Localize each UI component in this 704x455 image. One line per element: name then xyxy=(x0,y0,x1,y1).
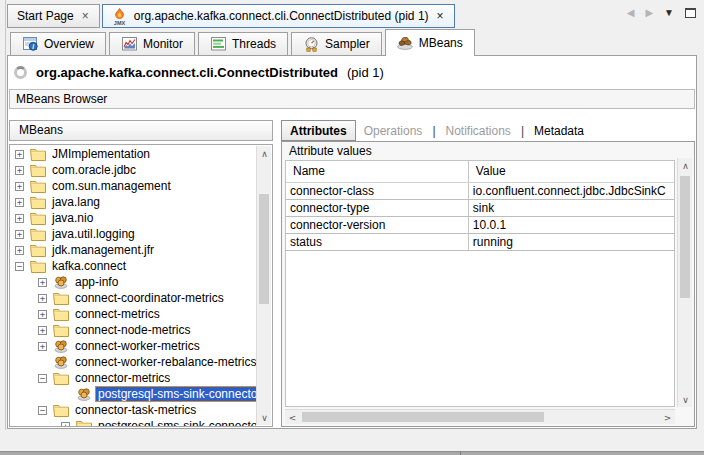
scroll-down-icon[interactable]: ∨ xyxy=(257,410,272,425)
tree-expander-icon[interactable]: + xyxy=(15,166,24,175)
tree-item-label[interactable]: connector-metrics xyxy=(73,371,172,385)
table-row[interactable]: connector-version10.0.1 xyxy=(286,216,674,233)
tree-item[interactable]: − kafka.connect xyxy=(10,258,256,274)
column-header-name[interactable]: Name xyxy=(286,161,468,182)
tab-monitor[interactable]: Monitor xyxy=(109,32,195,56)
scroll-up-icon[interactable]: ∧ xyxy=(257,146,272,161)
mbeans-tree: + JMImplementation + com.oracle.jdbc + c… xyxy=(9,144,273,427)
tree-item[interactable]: − connector-metrics xyxy=(10,370,256,386)
tree-item-label[interactable]: com.sun.management xyxy=(50,179,173,193)
attribute-name-cell[interactable]: connector-version xyxy=(286,216,468,233)
tab-overview[interactable]: i Overview xyxy=(10,32,106,56)
maximize-icon[interactable] xyxy=(685,8,696,18)
tab-sampler[interactable]: Sampler xyxy=(291,32,382,56)
tree-item[interactable]: + postgresql-sms-sink-connector xyxy=(10,418,256,426)
table-row[interactable]: connector-classio.confluent.connect.jdbc… xyxy=(286,182,674,199)
tree-expander-icon[interactable]: + xyxy=(38,294,47,303)
attribute-value-cell[interactable]: io.confluent.connect.jdbc.JdbcSinkC xyxy=(468,182,674,199)
tree-item-label[interactable]: connect-metrics xyxy=(73,307,162,321)
tree-item[interactable]: + jdk.management.jfr xyxy=(10,242,256,258)
tree-expander-icon[interactable]: + xyxy=(15,150,24,159)
document-tab-bar: Start Page × JMX org.apache.kafka.connec… xyxy=(7,0,704,28)
tree-item-label[interactable]: connect-node-metrics xyxy=(73,323,192,337)
scroll-tabs-left-icon[interactable]: ◀ xyxy=(627,7,635,18)
tree-item-label[interactable]: postgresql-sms-sink-connector xyxy=(96,387,256,401)
bean-icon xyxy=(52,355,69,369)
subtab-label: MBeans xyxy=(419,36,463,50)
details-horizontal-scrollbar[interactable]: < > xyxy=(285,409,675,424)
table-row[interactable]: statusrunning xyxy=(286,233,674,250)
tree-expander-icon[interactable]: + xyxy=(61,422,70,427)
scroll-up-icon[interactable]: ∧ xyxy=(678,158,693,173)
tree-item-label[interactable]: java.util.logging xyxy=(50,227,137,241)
attribute-value-cell[interactable]: sink xyxy=(468,199,674,216)
tree-expander-icon[interactable]: + xyxy=(15,198,24,207)
tree-expander-icon[interactable]: + xyxy=(38,278,47,287)
attribute-name-cell[interactable]: status xyxy=(286,233,468,250)
tree-item-label[interactable]: postgresql-sms-sink-connector xyxy=(96,419,256,426)
tree-expander-icon[interactable]: + xyxy=(15,246,24,255)
tree-item[interactable]: connect-worker-rebalance-metrics xyxy=(10,354,256,370)
tree-item[interactable]: postgresql-sms-sink-connector xyxy=(10,386,256,402)
tree-expander-icon[interactable]: + xyxy=(15,230,24,239)
tree-item-label[interactable]: jdk.management.jfr xyxy=(50,243,156,257)
tab-mbeans[interactable]: MBeans xyxy=(385,29,475,56)
tree-item[interactable]: − connector-task-metrics xyxy=(10,402,256,418)
attribute-name-cell[interactable]: connector-class xyxy=(286,182,468,199)
tree-vertical-scrollbar[interactable]: ∧ ∨ xyxy=(256,146,271,425)
attribute-value-cell[interactable]: 10.0.1 xyxy=(468,216,674,233)
attribute-name-cell[interactable]: connector-type xyxy=(286,199,468,216)
tree-item[interactable]: + connect-worker-metrics xyxy=(10,338,256,354)
tree-expander-icon[interactable]: + xyxy=(38,326,47,335)
tree-item[interactable]: + java.util.logging xyxy=(10,226,256,242)
scrollbar-thumb[interactable] xyxy=(302,412,544,422)
tab-metadata[interactable]: Metadata xyxy=(526,120,592,141)
tree-item-label[interactable]: connect-coordinator-metrics xyxy=(73,291,226,305)
tree-item[interactable]: + java.lang xyxy=(10,194,256,210)
tree-item-label[interactable]: java.lang xyxy=(50,195,102,209)
tab-attributes[interactable]: Attributes xyxy=(281,120,356,141)
folder-icon xyxy=(29,196,46,209)
tree-item[interactable]: + JMImplementation xyxy=(10,146,256,162)
details-vertical-scrollbar[interactable]: ∧ ∨ xyxy=(677,158,692,407)
scroll-down-icon[interactable]: ∨ xyxy=(678,392,693,407)
tree-expander-icon[interactable]: − xyxy=(38,374,47,383)
tree-expander-icon[interactable]: + xyxy=(15,182,24,191)
tree-expander-icon[interactable]: + xyxy=(38,342,47,351)
tree-item-label[interactable]: com.oracle.jdbc xyxy=(50,163,138,177)
table-row[interactable]: connector-typesink xyxy=(286,199,674,216)
tree-expander-icon[interactable]: − xyxy=(38,406,47,415)
tree-item[interactable]: + app-info xyxy=(10,274,256,290)
tree-item-label[interactable]: connector-task-metrics xyxy=(73,403,198,417)
tree-item[interactable]: + connect-coordinator-metrics xyxy=(10,290,256,306)
tree-item[interactable]: + com.oracle.jdbc xyxy=(10,162,256,178)
tree-item[interactable]: + java.nio xyxy=(10,210,256,226)
tab-list-dropdown-icon[interactable]: ▼ xyxy=(664,7,674,18)
subtab-bar: i Overview Monitor Threads Sampler MBean… xyxy=(7,28,697,56)
scroll-left-icon[interactable]: < xyxy=(285,410,300,425)
scroll-right-icon[interactable]: > xyxy=(660,410,675,425)
tree-item-label[interactable]: connect-worker-rebalance-metrics xyxy=(73,355,256,369)
column-header-value[interactable]: Value xyxy=(468,161,674,182)
tree-item-label[interactable]: app-info xyxy=(73,275,120,289)
tree-item[interactable]: + connect-node-metrics xyxy=(10,322,256,338)
tree-expander-icon[interactable]: + xyxy=(38,310,47,319)
scrollbar-thumb[interactable] xyxy=(259,194,269,304)
scroll-tabs-right-icon[interactable]: ▶ xyxy=(645,7,653,18)
status-bar xyxy=(0,430,704,455)
tree-item-label[interactable]: kafka.connect xyxy=(50,259,128,273)
close-icon[interactable]: × xyxy=(436,9,445,23)
tree-item-label[interactable]: java.nio xyxy=(50,211,95,225)
tab-start-page[interactable]: Start Page × xyxy=(7,4,100,28)
tree-item-label[interactable]: JMImplementation xyxy=(50,147,152,161)
scrollbar-thumb[interactable] xyxy=(680,176,690,298)
tree-expander-icon[interactable]: − xyxy=(15,262,24,271)
tree-item[interactable]: + com.sun.management xyxy=(10,178,256,194)
tab-connect-distributed[interactable]: JMX org.apache.kafka.connect.cli.Connect… xyxy=(102,4,455,28)
close-icon[interactable]: × xyxy=(81,9,90,23)
tree-item-label[interactable]: connect-worker-metrics xyxy=(73,339,202,353)
attribute-value-cell[interactable]: running xyxy=(468,233,674,250)
tree-expander-icon[interactable]: + xyxy=(15,214,24,223)
tab-threads[interactable]: Threads xyxy=(198,32,288,56)
tree-item[interactable]: + connect-metrics xyxy=(10,306,256,322)
